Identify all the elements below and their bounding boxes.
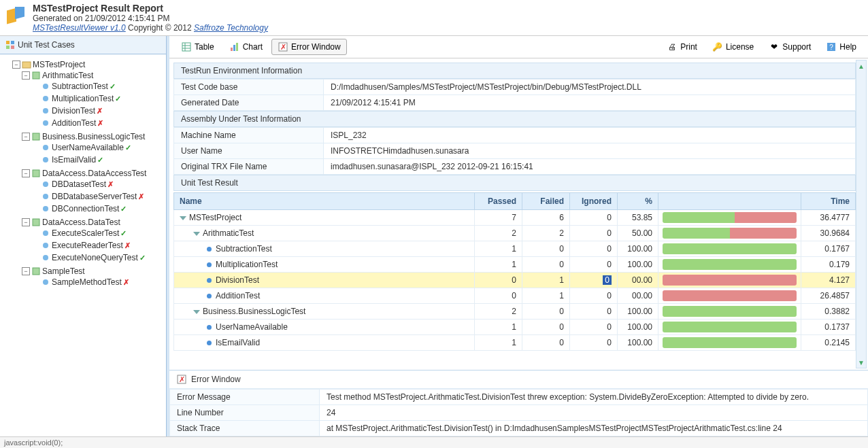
svg-rect-31 [236, 43, 238, 51]
sidebar: Unit Test Cases −MSTestProject−Arithmati… [0, 36, 167, 436]
vertical-scrollbar[interactable]: ▲ ▼ [856, 60, 867, 368]
test-tree[interactable]: −MSTestProject−ArithmaticTestSubtraction… [0, 54, 166, 436]
tree-item[interactable]: ExecuteNoneQueryTest [31, 253, 163, 262]
table-row[interactable]: MSTestProject76053.8536.4777 [174, 210, 856, 226]
table-row[interactable]: AdditionTest01000.0026.4857 [174, 288, 856, 304]
row-ignored: 0 [570, 273, 618, 288]
tree-item[interactable]: DBDatabaseServerTest [31, 192, 163, 201]
print-icon: 🖨 [667, 41, 678, 52]
tree-item[interactable]: SampleMethodTest [31, 277, 163, 287]
row-failed: 6 [522, 210, 570, 226]
expander-icon[interactable]: − [12, 61, 20, 69]
svg-rect-0 [7, 8, 16, 24]
support-button[interactable]: ❤Support [763, 39, 817, 55]
toolbar: Table Chart ✗Error Window 🖨Print 🔑Licens… [169, 36, 868, 58]
row-pct: 100.00 [618, 257, 658, 273]
license-button[interactable]: 🔑License [706, 39, 760, 55]
table-row[interactable]: ArithmaticTest22050.0030.9684 [174, 226, 856, 241]
status-pass-icon [110, 82, 116, 91]
tree-item[interactable]: DBDatasetTest [31, 179, 163, 189]
table-row[interactable]: IsEmailValid100100.000.2145 [174, 335, 856, 351]
tree-item[interactable]: DBConnectionTest [31, 204, 163, 213]
tree-item[interactable]: −DataAccess.DataTest [22, 218, 163, 227]
col-passed[interactable]: Passed [475, 193, 522, 210]
row-bar [658, 304, 801, 320]
table-row[interactable]: UserNameAvailable100100.000.1737 [174, 320, 856, 335]
tree-item[interactable]: SubtractionTest [31, 82, 163, 91]
scroll-down-icon[interactable]: ▼ [856, 357, 866, 368]
asm-info-table: Machine NameISPL_232 User NameINFOSTRETC… [173, 127, 856, 175]
tree-item[interactable]: −MSTestProject [12, 60, 163, 69]
row-name: MSTestProject [174, 210, 475, 226]
table-row[interactable]: SubtractionTest100100.000.1767 [174, 241, 856, 257]
row-pct: 53.85 [618, 210, 658, 226]
expand-icon[interactable] [180, 216, 186, 220]
col-pct[interactable]: % [618, 193, 658, 210]
main-scroll-area[interactable]: TestRun Environment Information Test Cod… [169, 58, 868, 370]
table-row[interactable]: Business.BusinessLogicTest200100.000.388… [174, 304, 856, 320]
table-button[interactable]: Table [175, 39, 220, 55]
expander-icon[interactable]: − [22, 71, 30, 80]
node-icon [31, 71, 41, 80]
expander-icon[interactable]: − [22, 267, 30, 275]
viewer-link[interactable]: MSTestResultViewer v1.0 [33, 23, 126, 33]
tree-item-label: DBConnectionTest [52, 204, 119, 213]
row-passed: 0 [475, 273, 522, 288]
tree-item-label: SubtractionTest [52, 82, 108, 91]
row-time: 4.127 [801, 273, 856, 288]
tree-item[interactable]: −DataAccess.DataAccessTest [22, 169, 163, 178]
col-ignored[interactable]: Ignored [570, 193, 618, 210]
row-passed: 7 [475, 210, 522, 226]
license-icon: 🔑 [712, 41, 723, 52]
tree-item[interactable]: −Business.BusinessLogicTest [22, 132, 163, 141]
table-row[interactable]: DivisionTest01000.004.127 [174, 273, 856, 288]
trx-label: Original TRX File Name [174, 159, 324, 175]
table-row[interactable]: MultiplicationTest100100.000.179 [174, 257, 856, 273]
help-button[interactable]: ?Help [820, 39, 863, 55]
row-failed: 0 [522, 320, 570, 335]
row-pct: 100.00 [618, 320, 658, 335]
expander-icon[interactable]: − [22, 218, 30, 226]
app-header: MSTestProject Result Report Generated on… [0, 0, 868, 36]
row-name: DivisionTest [174, 273, 475, 288]
svg-rect-30 [233, 45, 235, 51]
col-name[interactable]: Name [174, 193, 475, 210]
status-fail-icon [138, 192, 144, 201]
expand-icon[interactable] [193, 310, 200, 314]
sidebar-title: Unit Test Cases [0, 36, 166, 54]
svg-point-11 [43, 120, 48, 126]
tree-item[interactable]: −SampleTest [22, 266, 163, 276]
print-button[interactable]: 🖨Print [661, 39, 703, 55]
tree-item[interactable]: MultiplicationTest [31, 94, 163, 103]
tree-item[interactable]: DivisionTest [31, 106, 163, 116]
expander-icon[interactable]: − [22, 169, 30, 177]
tree-item-label: DataAccess.DataAccessTest [42, 169, 146, 178]
app-logo-icon [5, 7, 27, 29]
col-time[interactable]: Time [801, 193, 856, 210]
tree-item[interactable]: −ArithmaticTest [22, 71, 163, 80]
tree-item[interactable]: ExecuteReaderTest [31, 241, 163, 250]
svg-text:?: ? [830, 44, 834, 51]
tree-item[interactable]: IsEmailValid [31, 155, 163, 165]
content-area: Table Chart ✗Error Window 🖨Print 🔑Licens… [167, 36, 868, 436]
status-fail-icon [97, 106, 103, 116]
tree-item-label: MSTestProject [33, 60, 85, 69]
col-failed[interactable]: Failed [522, 193, 570, 210]
scroll-up-icon[interactable]: ▲ [856, 61, 866, 71]
expand-icon[interactable] [193, 232, 200, 236]
error-window-icon: ✗ [176, 374, 187, 385]
node-icon [41, 82, 50, 91]
error-window-button[interactable]: ✗Error Window [271, 39, 347, 55]
row-bar [658, 241, 801, 257]
node-icon [41, 253, 50, 262]
tree-item-label: MultiplicationTest [52, 94, 114, 103]
chart-button[interactable]: Chart [223, 39, 269, 55]
row-ignored: 0 [570, 257, 618, 273]
node-icon [41, 204, 50, 213]
company-link[interactable]: Saffroze Technology [194, 23, 268, 33]
status-fail-icon [107, 179, 114, 189]
tree-item[interactable]: ExecuteScalerTest [31, 228, 163, 238]
tree-item[interactable]: UserNameAvailable [31, 143, 163, 152]
tree-item[interactable]: AdditionTest [31, 118, 163, 128]
expander-icon[interactable]: − [22, 133, 30, 141]
